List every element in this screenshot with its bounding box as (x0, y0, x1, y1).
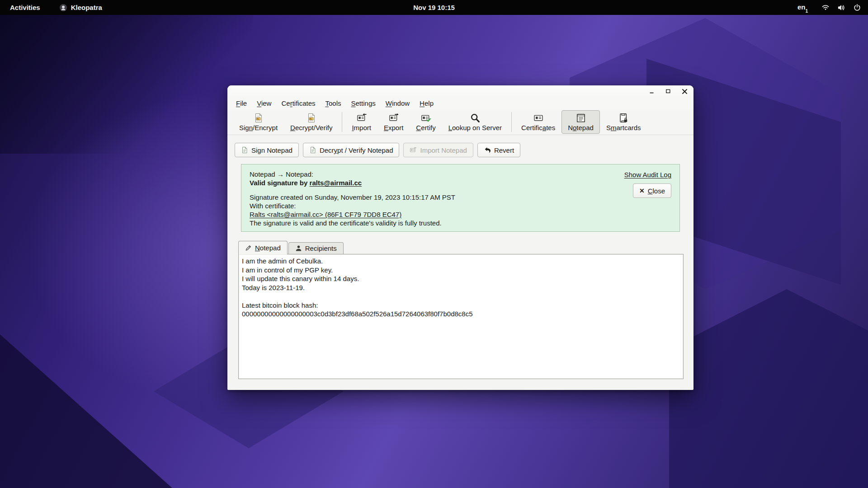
menu-tools[interactable]: Tools (320, 98, 346, 108)
toolbar-label: Sign/Encrypt (239, 124, 278, 131)
wifi-icon[interactable] (821, 3, 830, 12)
toolbar-decrypt-verify-button[interactable]: Decrypt/Verify (284, 110, 339, 134)
tab-recipients[interactable]: Recipients (288, 242, 344, 254)
decrypt-verify-notepad-button[interactable]: Decrypt / Verify Notepad (303, 143, 400, 157)
toolbar-label: Certificates (521, 124, 555, 131)
gnome-top-bar: Activities Kleopatra Nov 19 10:15 en1 (0, 0, 868, 15)
menu-view[interactable]: View (252, 98, 276, 108)
notepad-tabbar: Notepad Recipients (238, 240, 693, 254)
toolbar-export-button[interactable]: Export (377, 110, 410, 134)
keyboard-layout-indicator[interactable]: en1 (797, 3, 808, 12)
tab-label: Notepad (255, 244, 281, 252)
button-label: Import Notepad (420, 146, 467, 154)
revert-button[interactable]: Revert (477, 143, 520, 157)
notepad-pane (238, 254, 684, 379)
panel-valid-line: Valid signature by ralts@airmail.cc (250, 179, 455, 187)
power-icon[interactable] (853, 3, 862, 12)
tab-notepad[interactable]: Notepad (238, 241, 288, 254)
certificate-link[interactable]: Ralts <ralts@airmail.cc> (86F1 CF79 7DD8… (250, 211, 401, 218)
sign-notepad-icon (241, 146, 248, 154)
toolbar-sign-encrypt-button[interactable]: Sign/Encrypt (233, 110, 284, 134)
kleopatra-window: File View Certificates Tools Settings Wi… (227, 85, 693, 390)
notepad-textarea[interactable] (239, 254, 683, 379)
toolbar-label: Decrypt/Verify (290, 124, 332, 131)
button-label: Sign Notepad (251, 146, 292, 154)
button-label: Revert (494, 146, 514, 154)
toolbar-smartcards-button[interactable]: Smartcards (600, 110, 647, 134)
panel-route-line: Notepad → Notepad: (250, 170, 455, 178)
close-result-button[interactable]: ✕ Close (633, 183, 671, 198)
toolbar-lookup-button[interactable]: Lookup on Server (442, 110, 508, 134)
toolbar-label: Smartcards (606, 124, 641, 131)
button-label: Close (648, 187, 665, 195)
search-icon (470, 113, 481, 123)
toolbar-certificates-button[interactable]: Certificates (515, 110, 561, 134)
app-indicator-label: Kleopatra (71, 4, 102, 11)
keyboard-layout-sub: 1 (805, 9, 808, 14)
verification-result-panel: Notepad → Notepad: Valid signature by ra… (241, 164, 680, 232)
kleopatra-icon (59, 4, 67, 12)
show-audit-log-link[interactable]: Show Audit Log (624, 171, 671, 178)
app-indicator[interactable]: Kleopatra (56, 3, 106, 13)
decrypt-verify-icon (306, 113, 317, 123)
close-icon: ✕ (639, 188, 645, 194)
activities-button[interactable]: Activities (6, 3, 44, 12)
wallpaper-shape (669, 289, 868, 488)
notepad-actions: Sign Notepad Decrypt / Verify Notepad (235, 142, 693, 158)
sign-encrypt-icon (253, 113, 264, 123)
notepad-icon (576, 113, 586, 123)
toolbar-label: Certify (416, 124, 435, 131)
volume-icon[interactable] (837, 3, 846, 12)
close-window-button[interactable] (681, 88, 688, 95)
toolbar-label: Export (384, 124, 403, 131)
minimize-button[interactable] (648, 88, 656, 95)
button-label: Decrypt / Verify Notepad (320, 146, 393, 154)
export-icon (388, 113, 399, 123)
panel-with-certificate-line: With certificate: (250, 202, 455, 210)
menu-settings[interactable]: Settings (346, 98, 381, 108)
toolbar-import-button[interactable]: Import (345, 110, 377, 134)
maximize-button[interactable] (665, 88, 672, 95)
keyboard-layout-label: en (797, 3, 806, 11)
toolbar-separator (342, 112, 342, 132)
menu-window[interactable]: Window (381, 98, 415, 108)
toolbar-notepad-button[interactable]: Notepad (561, 110, 600, 134)
main-toolbar: Sign/Encrypt Decrypt/Verify (227, 109, 693, 135)
menu-certificates[interactable]: Certificates (276, 98, 320, 108)
signer-link[interactable]: ralts@airmail.cc (310, 179, 362, 187)
import-notepad-icon (410, 146, 417, 154)
toolbar-label: Lookup on Server (448, 124, 502, 131)
toolbar-label: Notepad (568, 124, 594, 131)
toolbar-separator (511, 112, 512, 132)
window-titlebar (227, 85, 693, 97)
menu-help[interactable]: Help (415, 98, 439, 108)
panel-created-line: Signature created on Sunday, November 19… (250, 193, 455, 202)
menubar: File View Certificates Tools Settings Wi… (227, 97, 693, 109)
toolbar-label: Import (352, 124, 371, 131)
import-notepad-button[interactable]: Import Notepad (403, 143, 473, 157)
sign-notepad-button[interactable]: Sign Notepad (235, 143, 299, 157)
clock[interactable]: Nov 19 10:15 (410, 3, 458, 12)
person-icon (295, 245, 302, 252)
certify-icon (420, 113, 431, 123)
import-icon (356, 113, 367, 123)
toolbar-certify-button[interactable]: Certify (410, 110, 442, 134)
smartcards-icon (618, 113, 629, 123)
panel-trust-line: The signature is valid and the certifica… (250, 219, 455, 227)
valid-prefix: Valid signature by (250, 179, 310, 187)
menu-file[interactable]: File (231, 98, 252, 108)
decrypt-verify-notepad-icon (309, 146, 316, 154)
certificates-icon (533, 113, 544, 123)
tab-label: Recipients (305, 244, 337, 252)
revert-icon (484, 146, 491, 154)
pencil-icon (245, 244, 252, 251)
